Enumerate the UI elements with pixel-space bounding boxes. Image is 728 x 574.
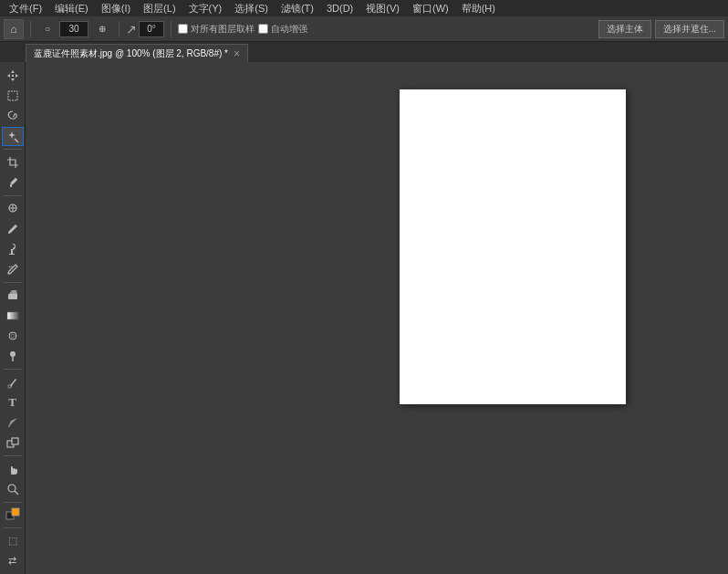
- svg-rect-28: [12, 508, 19, 516]
- menu-help[interactable]: 帮助(H): [456, 1, 501, 16]
- gradient-tool-button[interactable]: [2, 306, 24, 325]
- text-tool-icon: T: [8, 395, 16, 410]
- main-layout: T ⬚ ⇄: [0, 62, 728, 574]
- tab-title: 蓝鹿证件照素材.jpg @ 100% (图层 2, RGB/8#) *: [34, 47, 228, 60]
- clone-stamp-tool-button[interactable]: [2, 239, 24, 258]
- tool-separator-6: [4, 502, 22, 503]
- svg-point-19: [10, 351, 16, 357]
- tool-separator-3: [4, 282, 22, 283]
- menu-edit[interactable]: 编辑(E): [49, 1, 94, 16]
- menu-3d[interactable]: 3D(D): [321, 2, 359, 15]
- svg-marker-0: [11, 70, 15, 73]
- marquee-tool-button[interactable]: [2, 86, 24, 105]
- tab-close-button[interactable]: ×: [234, 48, 240, 59]
- svg-point-25: [8, 485, 16, 492]
- brush-options-group: ○ ⊕: [37, 19, 112, 39]
- lasso-tool-button[interactable]: [2, 107, 24, 126]
- separator-2: [119, 21, 120, 37]
- svg-rect-21: [8, 385, 11, 388]
- dodge-tool-button[interactable]: [2, 347, 24, 366]
- separator-1: [30, 21, 31, 37]
- tool-separator-2: [4, 195, 22, 196]
- zoom-tool-button[interactable]: [2, 479, 24, 498]
- sample-all-layers-label[interactable]: 对所有图层取样: [191, 23, 255, 36]
- brush-size-group: [59, 21, 90, 37]
- shape-tool-button[interactable]: [2, 433, 24, 453]
- menu-window[interactable]: 窗口(W): [407, 1, 454, 16]
- document-tab[interactable]: 蓝鹿证件照素材.jpg @ 100% (图层 2, RGB/8#) * ×: [26, 44, 248, 62]
- tool-separator-7: [4, 527, 22, 528]
- select-and-mask-button[interactable]: 选择并遮住...: [655, 20, 724, 38]
- menu-layer[interactable]: 图层(L): [138, 1, 181, 16]
- screen-mode-button[interactable]: ⬚: [2, 531, 24, 550]
- svg-line-7: [15, 139, 18, 142]
- canvas-document: [400, 89, 626, 404]
- eraser-tool-button[interactable]: [2, 286, 24, 305]
- svg-rect-16: [7, 312, 18, 319]
- svg-line-26: [15, 491, 18, 495]
- sample-all-layers-checkbox[interactable]: [178, 24, 188, 34]
- svg-rect-4: [12, 75, 14, 77]
- menu-text[interactable]: 文字(Y): [183, 1, 228, 16]
- auto-enhance-checkbox[interactable]: [258, 24, 268, 34]
- history-brush-tool-button[interactable]: [2, 260, 24, 279]
- text-tool-button[interactable]: T: [2, 392, 24, 412]
- tab-bar: 蓝鹿证件照素材.jpg @ 100% (图层 2, RGB/8#) * ×: [0, 42, 728, 62]
- eyedropper-tool-button[interactable]: [2, 172, 24, 192]
- home-button[interactable]: ⌂: [4, 19, 24, 39]
- tool-separator-1: [4, 149, 22, 150]
- path-select-tool-button[interactable]: [2, 413, 24, 433]
- angle-icon: ↗: [126, 22, 137, 37]
- tool-separator-4: [4, 369, 22, 370]
- svg-rect-5: [8, 91, 17, 100]
- menu-view[interactable]: 视图(V): [360, 1, 405, 16]
- svg-point-18: [11, 334, 15, 338]
- toolbar: T ⬚ ⇄: [0, 62, 26, 574]
- svg-marker-1: [11, 78, 15, 81]
- svg-marker-3: [16, 74, 18, 78]
- svg-rect-24: [12, 438, 18, 444]
- blur-tool-button[interactable]: [2, 326, 24, 345]
- menu-file[interactable]: 文件(F): [4, 1, 47, 16]
- svg-marker-2: [7, 74, 10, 78]
- svg-rect-8: [10, 184, 12, 187]
- menu-image[interactable]: 图像(I): [96, 1, 136, 16]
- svg-rect-13: [9, 254, 15, 255]
- auto-enhance-label[interactable]: 自动增强: [271, 23, 307, 36]
- healing-tool-button[interactable]: [2, 199, 24, 218]
- magic-wand-tool-button[interactable]: [2, 127, 24, 146]
- svg-rect-14: [8, 294, 17, 299]
- hand-tool-button[interactable]: [2, 459, 24, 478]
- menu-select[interactable]: 选择(S): [229, 1, 274, 16]
- tool-separator-5: [4, 455, 22, 456]
- brush-size-input[interactable]: [59, 21, 88, 37]
- canvas-area[interactable]: [26, 62, 728, 574]
- select-subject-button[interactable]: 选择主体: [598, 20, 651, 38]
- menu-bar: 文件(F) 编辑(E) 图像(I) 图层(L) 文字(Y) 选择(S) 滤镜(T…: [0, 0, 728, 16]
- svg-marker-6: [8, 131, 16, 139]
- pen-tool-button[interactable]: [2, 372, 24, 391]
- brush-preset-btn[interactable]: ○: [37, 19, 57, 39]
- svg-marker-15: [9, 290, 17, 294]
- move-tool-button[interactable]: [2, 66, 24, 85]
- separator-3: [171, 21, 172, 37]
- brush-mode-btn[interactable]: ⊕: [92, 19, 112, 39]
- options-bar: ⌂ ○ ⊕ ↗ 对所有图层取样 自动增强 选择主体 选择并遮住...: [0, 16, 728, 42]
- angle-group: ↗: [126, 21, 164, 37]
- crop-tool-button[interactable]: [2, 152, 24, 172]
- auto-enhance-group: 自动增强: [258, 23, 307, 36]
- svg-point-17: [9, 332, 16, 339]
- quick-mask-button[interactable]: [2, 506, 24, 525]
- menu-filter[interactable]: 滤镜(T): [276, 1, 319, 16]
- extra-tool-button[interactable]: ⇄: [2, 551, 24, 570]
- sample-all-layers-group: 对所有图层取样: [178, 23, 255, 36]
- brush-tool-button[interactable]: [2, 219, 24, 238]
- angle-input[interactable]: [139, 21, 164, 37]
